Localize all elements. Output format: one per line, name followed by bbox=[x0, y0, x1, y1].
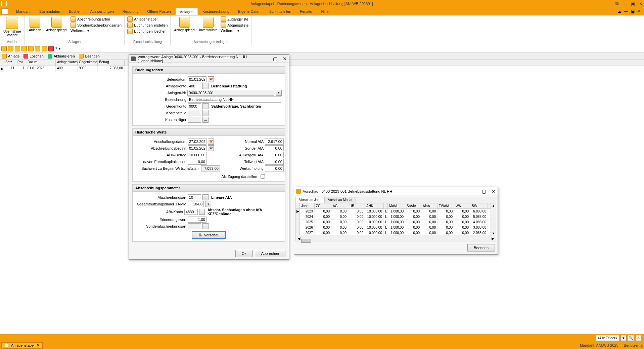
qat-dropdown-icon[interactable]: ▾ bbox=[59, 46, 61, 51]
col-betrag[interactable]: Betrag bbox=[98, 60, 125, 66]
vorschau-button[interactable]: 🖶Vorschau bbox=[192, 231, 226, 239]
pcol-zg[interactable]: ZG bbox=[315, 203, 331, 208]
task-close-icon[interactable]: ✕ bbox=[37, 343, 40, 348]
dropdown-icon[interactable]: ▾ bbox=[276, 90, 282, 96]
pcol-wa[interactable]: WA bbox=[454, 203, 470, 208]
menu-auswertungen[interactable]: Auswertungen bbox=[86, 8, 118, 15]
anlagennr-input[interactable] bbox=[187, 90, 274, 96]
lookup-icon[interactable]: … bbox=[202, 117, 209, 123]
belegdatum-input[interactable] bbox=[188, 76, 206, 82]
kostenstelle-input[interactable] bbox=[188, 110, 201, 116]
preview-row[interactable]: ▶ 2023 0,00 0,00 0,00 10.000,00 L 1.000,… bbox=[296, 209, 496, 214]
filter-apply-icon[interactable]: 🔍 bbox=[628, 335, 634, 341]
qat-icon-1[interactable] bbox=[1, 46, 7, 51]
ribbon-inventarliste[interactable]: Inventarliste bbox=[198, 16, 219, 33]
ok-button[interactable]: Ok bbox=[235, 250, 253, 257]
row-selector-icon[interactable] bbox=[296, 225, 300, 230]
preview-row[interactable]: 2024 0,00 0,00 0,00 10.000,00 L 1.000,00… bbox=[296, 214, 496, 220]
pcol-l[interactable] bbox=[384, 203, 388, 208]
scroll-up-icon[interactable]: ▲ bbox=[491, 203, 496, 208]
ribbon-sonderabschreibungsarten[interactable]: Sonderabschreibungsarten bbox=[70, 22, 122, 28]
restore-icon[interactable]: ⧉ bbox=[615, 1, 618, 6]
normal-afa-input[interactable] bbox=[265, 139, 284, 145]
lookup-icon[interactable]: … bbox=[202, 110, 209, 116]
ribbon-zugangsliste[interactable]: Zugangsliste bbox=[220, 16, 249, 22]
menu-kostenrechnung[interactable]: Kostenrechnung bbox=[198, 8, 233, 15]
toolbar-anlage[interactable]: Anlage bbox=[2, 54, 19, 59]
ribbon-anlagespiegel-2[interactable]: Anlagespiegel bbox=[173, 16, 196, 33]
row-selector-icon[interactable]: ▶ bbox=[0, 66, 4, 72]
scroll-down-icon[interactable]: ▼ bbox=[491, 231, 496, 236]
ribbon-anlagenstapel[interactable]: Anlagenstapel bbox=[127, 16, 168, 22]
scroll-left-icon[interactable]: ◀ bbox=[296, 236, 301, 241]
menu-offene-posten[interactable]: Offene Posten bbox=[143, 8, 175, 15]
col-gegenkonto[interactable]: Gegenkonto bbox=[78, 60, 98, 66]
grid-row[interactable]: ▶ 11 1 01.01.2023 400 9000 7.083,00 bbox=[0, 66, 644, 72]
pcol-soafa[interactable]: SoAfA bbox=[405, 203, 421, 208]
anschaffungsdatum-input[interactable] bbox=[188, 139, 206, 145]
pcol-ahk[interactable]: AHK bbox=[365, 203, 384, 208]
row-selector-icon[interactable] bbox=[296, 214, 300, 219]
toolbar-loeschen[interactable]: Löschen bbox=[24, 54, 44, 59]
dialog-maximize-icon[interactable]: ▢ bbox=[273, 56, 277, 62]
menu-hilfe[interactable]: Hilfe bbox=[317, 8, 333, 15]
pcol-ub[interactable]: UB bbox=[348, 203, 365, 208]
preview-hscrollbar[interactable]: ◀ ▶ bbox=[296, 236, 496, 241]
qat-icon-6[interactable] bbox=[35, 46, 40, 51]
taskbar-item-anlagenstapel[interactable]: 📄 Anlagenstapel ✕ bbox=[1, 342, 43, 349]
row-selector-icon[interactable] bbox=[296, 230, 300, 235]
wertaufholung-input[interactable] bbox=[265, 165, 284, 171]
abbrechen-button[interactable]: Abbrechen bbox=[255, 250, 285, 257]
lookup-icon[interactable]: … bbox=[202, 103, 209, 109]
dialog-titlebar[interactable]: Vortragswerte Anlage 0400-2023-001 - Bet… bbox=[129, 55, 289, 63]
ribbon-buchungen-erstellen[interactable]: Buchungen erstellen bbox=[127, 22, 168, 28]
zugang-checkbox[interactable] bbox=[261, 174, 265, 179]
preview-close-icon[interactable]: ✕ bbox=[492, 189, 496, 194]
fremdkapitalzinsen-input[interactable] bbox=[188, 159, 206, 165]
qat-icon-3[interactable] bbox=[15, 46, 20, 51]
hscroll-thumb[interactable] bbox=[301, 239, 311, 243]
minimize-icon[interactable]: — bbox=[623, 1, 627, 6]
preview-titlebar[interactable]: Vorschau - 0400-2023-001 Betriebsausstat… bbox=[294, 187, 498, 195]
menu-eigene-daten[interactable]: Eigene Daten bbox=[234, 8, 265, 15]
filter-clear-icon[interactable]: ✕ bbox=[635, 335, 641, 341]
col-anlagenkonto[interactable]: Anlagenkonto bbox=[56, 60, 78, 66]
filter-dropdown-icon[interactable]: ▾ bbox=[620, 335, 627, 341]
pcol-bw[interactable]: BW bbox=[470, 203, 488, 208]
anlagekonto-input[interactable] bbox=[188, 83, 201, 89]
sonder-afa-input[interactable] bbox=[265, 145, 284, 151]
preview-maximize-icon[interactable]: ▢ bbox=[482, 189, 486, 194]
app-menu-icon[interactable] bbox=[1, 8, 8, 14]
col-pos[interactable]: Pos bbox=[16, 60, 26, 66]
toolbar-beenden[interactable]: Beenden bbox=[79, 54, 100, 59]
menu-anlagen[interactable]: Anlagen bbox=[176, 8, 198, 15]
qat-icon-2[interactable] bbox=[8, 46, 13, 51]
pcol-twafa[interactable]: TWAfA bbox=[438, 203, 454, 208]
menu-mandant[interactable]: Mandant bbox=[12, 8, 35, 15]
aussergew-afa-input[interactable] bbox=[265, 152, 284, 158]
ribbon-anlagen[interactable]: Anlagen bbox=[27, 16, 43, 33]
calendar-icon[interactable]: 📅 bbox=[208, 76, 214, 82]
abschreibungsbeginn-input[interactable] bbox=[188, 145, 206, 151]
qat-icon-5[interactable] bbox=[28, 46, 34, 51]
ribbon-abschreibungsarten[interactable]: Abschreibungsarten bbox=[70, 16, 122, 22]
ribbon-anlagespiegel[interactable]: Anlagespiegel bbox=[45, 16, 68, 33]
menu-fenster[interactable]: Fenster bbox=[296, 8, 316, 15]
pcol-jahr[interactable]: Jahr bbox=[300, 203, 315, 208]
ribbon-weitere-2[interactable]: Weitere... ▾ bbox=[220, 28, 249, 33]
teilwert-afa-input[interactable] bbox=[265, 159, 284, 165]
preview-row[interactable]: 2025 0,00 0,00 0,00 10.000,00 L 1.000,00… bbox=[296, 220, 496, 225]
calendar-icon[interactable]: 📅 bbox=[208, 139, 214, 145]
tab-vorschau-monat[interactable]: Vorschau Monat bbox=[324, 197, 356, 203]
toolbar-aktualisieren[interactable]: Aktualisieren bbox=[48, 54, 75, 59]
lookup-icon[interactable]: … bbox=[202, 223, 209, 229]
ribbon-buchungen-loeschen[interactable]: Buchungen löschen bbox=[127, 28, 168, 34]
calendar-icon[interactable]: 📅 bbox=[208, 145, 214, 151]
maximize-icon[interactable]: ▣ bbox=[631, 1, 635, 6]
lookup-icon[interactable]: … bbox=[202, 83, 209, 89]
menu-schnittstellen[interactable]: Schnittstellen bbox=[265, 8, 295, 15]
nutzungsdauer-input[interactable] bbox=[188, 201, 204, 207]
kostentraeger-input[interactable] bbox=[188, 117, 201, 123]
close-icon[interactable]: ✕ bbox=[639, 1, 643, 6]
dropdown-icon[interactable]: ▾ bbox=[205, 201, 211, 207]
